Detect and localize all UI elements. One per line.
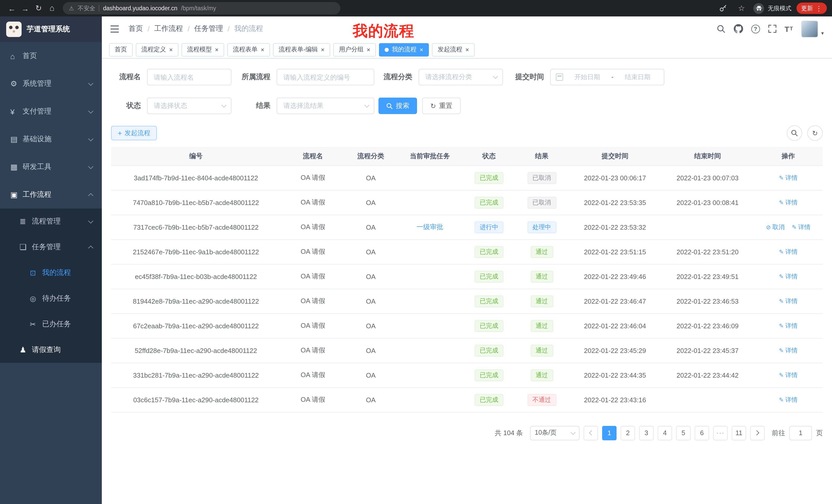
close-icon[interactable]: ×: [465, 47, 469, 53]
table-body: 3ad174fb-7b9d-11ec-8404-acde48001122OA 请…: [111, 165, 823, 412]
address-bar[interactable]: 不安全 dashboard.yudao.iocoder.cn/bpm/task/…: [63, 2, 340, 15]
github-icon[interactable]: [733, 24, 743, 33]
toggle-search-button[interactable]: [787, 125, 802, 141]
table-header-row: 编号流程名流程分类当前审批任务状态结果提交时间结束时间操作: [111, 147, 823, 165]
cancel-link[interactable]: ⊘取消: [766, 223, 785, 231]
detail-link[interactable]: ✎详情: [779, 198, 798, 207]
detail-icon: ✎: [779, 396, 784, 403]
detail-link[interactable]: ✎详情: [779, 247, 798, 256]
chevron-down-icon: [222, 103, 227, 108]
detail-link[interactable]: ✎详情: [779, 272, 798, 281]
next-page-button[interactable]: [750, 426, 765, 440]
close-icon[interactable]: ×: [261, 47, 264, 53]
action-label: 详情: [785, 395, 798, 404]
detail-link[interactable]: ✎详情: [779, 346, 798, 355]
sidebar-item-infrastructure[interactable]: ▤基础设施: [0, 125, 102, 153]
sidebar-item-devtools[interactable]: ▦研发工具: [0, 153, 102, 181]
search-icon[interactable]: [717, 24, 725, 33]
page-button-11[interactable]: 11: [732, 426, 746, 440]
status-badge: 已完成: [475, 246, 503, 258]
page-ellipsis[interactable]: ···: [713, 426, 728, 440]
breadcrumb-item-2[interactable]: 任务管理: [194, 24, 223, 33]
column-header-4: 状态: [463, 147, 515, 165]
column-header-7: 结束时间: [661, 147, 754, 165]
detail-link[interactable]: ✎详情: [779, 297, 798, 305]
font-size-icon[interactable]: TT: [784, 25, 793, 33]
avatar[interactable]: [801, 20, 818, 37]
browser-home-icon[interactable]: [45, 2, 59, 15]
start-process-button[interactable]: 发起流程: [111, 126, 157, 140]
tab-process-definition[interactable]: 流程定义×: [136, 43, 178, 56]
search-button[interactable]: 搜索: [379, 97, 417, 114]
prev-page-button[interactable]: [583, 426, 598, 440]
chevron-down-icon: [571, 429, 576, 435]
tab-label: 流程表单-编辑: [279, 45, 318, 54]
close-icon[interactable]: ×: [321, 47, 324, 53]
detail-link[interactable]: ✎详情: [779, 395, 798, 404]
page-size-select[interactable]: 10条/页: [530, 426, 579, 440]
detail-link[interactable]: ✎详情: [779, 173, 798, 182]
reset-button[interactable]: 重置: [422, 97, 461, 114]
tab-process-form[interactable]: 流程表单×: [227, 43, 270, 56]
sidebar-logo[interactable]: 芋道管理系统: [0, 17, 102, 42]
sidebar-item-todo-tasks[interactable]: ◎待办任务: [0, 286, 102, 311]
page-button-6[interactable]: 6: [695, 426, 709, 440]
bookmark-star-icon[interactable]: [735, 2, 748, 15]
password-key-icon[interactable]: [716, 2, 730, 15]
pagination: 共 104 条 10条/页 123456···11 前往 页: [111, 426, 823, 440]
goto-page-input[interactable]: [789, 426, 812, 440]
close-icon[interactable]: ×: [215, 47, 218, 53]
sidebar-item-my-process[interactable]: ⊡我的流程: [0, 260, 102, 286]
browser-reload-icon[interactable]: [32, 2, 45, 15]
chevron-down-icon[interactable]: ▾: [821, 30, 824, 36]
sidebar-item-leave-query[interactable]: ♟请假查询: [0, 337, 102, 363]
close-icon[interactable]: ×: [367, 47, 370, 53]
status-select[interactable]: 请选择状态: [147, 97, 231, 114]
tab-my-process[interactable]: 我的流程×: [379, 43, 429, 56]
menu-collapse-icon[interactable]: [110, 25, 119, 33]
update-button[interactable]: 更新: [797, 3, 827, 14]
page-button-5[interactable]: 5: [676, 426, 691, 440]
sidebar-item-task-mgmt[interactable]: ❏任务管理: [0, 234, 102, 260]
detail-link[interactable]: ✎详情: [779, 371, 798, 380]
fullscreen-icon[interactable]: [768, 25, 776, 33]
tab-process-model[interactable]: 流程模型×: [182, 43, 224, 56]
cell-end-time: 2022-01-22 23:49:51: [661, 264, 754, 289]
goto-label: 前往: [772, 428, 785, 438]
page-button-4[interactable]: 4: [658, 426, 672, 440]
page-button-3[interactable]: 3: [639, 426, 654, 440]
browser-back-icon[interactable]: [5, 2, 19, 15]
action-label: 详情: [785, 198, 798, 207]
sidebar-item-system[interactable]: ⚙系统管理: [0, 70, 102, 97]
breadcrumb-item-1[interactable]: 工作流程: [154, 24, 183, 33]
browser-forward-icon[interactable]: [19, 2, 32, 15]
eye-icon: ◎: [30, 295, 42, 303]
status-badge: 已完成: [475, 369, 503, 381]
tab-user-group[interactable]: 用户分组×: [333, 43, 376, 56]
breadcrumb-item-0[interactable]: 首页: [129, 24, 143, 33]
refresh-table-button[interactable]: [807, 125, 823, 141]
tab-start-process[interactable]: 发起流程×: [432, 43, 475, 56]
current-task-link[interactable]: 一级审批: [417, 223, 443, 231]
detail-link[interactable]: ✎详情: [792, 223, 810, 231]
help-icon[interactable]: [751, 24, 760, 33]
page-button-1[interactable]: 1: [602, 426, 617, 440]
process-name-input[interactable]: [147, 69, 231, 85]
detail-link[interactable]: ✎详情: [779, 321, 798, 330]
result-select[interactable]: 请选择流结果: [277, 97, 374, 114]
cell-actions: ✎详情: [754, 363, 823, 387]
close-icon[interactable]: ×: [420, 47, 423, 53]
tab-process-form-edit[interactable]: 流程表单-编辑×: [273, 43, 330, 56]
process-definition-input[interactable]: [277, 69, 374, 85]
sidebar-item-payment[interactable]: ¥支付管理: [0, 97, 102, 125]
submit-time-range-picker[interactable]: 开始日期 - 结束日期: [550, 69, 665, 85]
tag-tab-bar: 首页流程定义×流程模型×流程表单×流程表单-编辑×用户分组×我的流程×发起流程×: [102, 41, 832, 59]
sidebar-item-home[interactable]: ⌂首页: [0, 42, 102, 70]
close-icon[interactable]: ×: [169, 47, 173, 53]
sidebar-item-workflow[interactable]: ▣工作流程: [0, 181, 102, 208]
tab-home[interactable]: 首页: [109, 43, 133, 56]
sidebar-item-process-mgmt[interactable]: ≣流程管理: [0, 208, 102, 234]
page-button-2[interactable]: 2: [621, 426, 635, 440]
category-select[interactable]: 请选择流程分类: [419, 69, 503, 85]
sidebar-item-done-tasks[interactable]: ✂已办任务: [0, 311, 102, 337]
